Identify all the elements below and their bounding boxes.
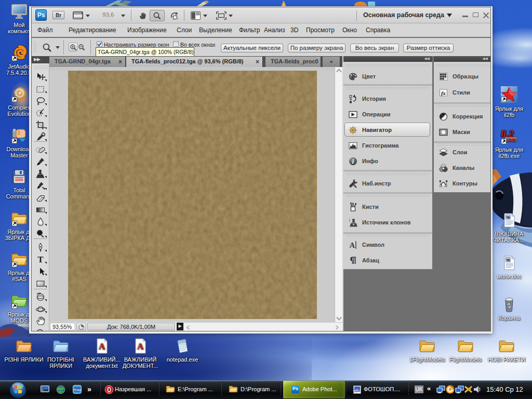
svg-text:Snag: Snag [73,388,81,391]
svg-text:1946: 1946 [506,137,516,142]
svg-text:T: T [37,255,44,264]
svg-text:A: A [350,241,355,249]
svg-text:fx: fx [441,90,446,96]
